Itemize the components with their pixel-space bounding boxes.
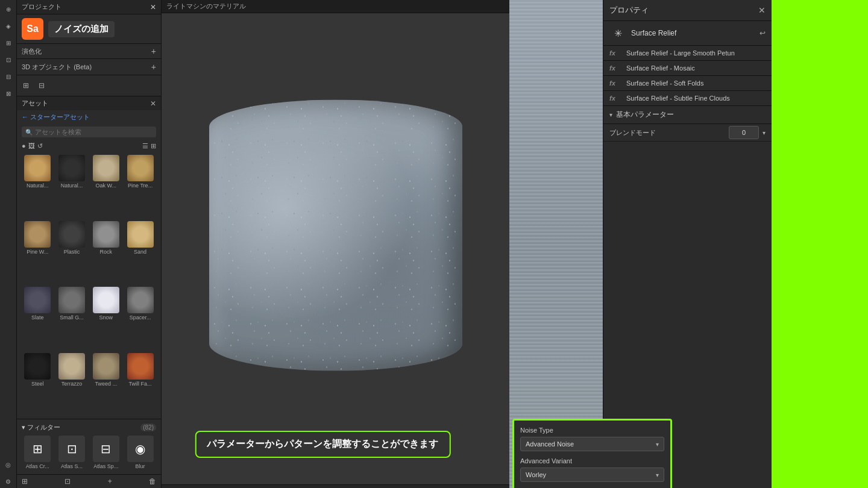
filter-name: Atlas S... bbox=[61, 463, 83, 469]
filter-thumb: ⊡ bbox=[58, 436, 85, 462]
panel-close-button[interactable]: ✕ bbox=[758, 5, 766, 15]
tool-select[interactable]: ⊡ bbox=[2, 53, 15, 66]
blend-dropdown-arrow[interactable]: ▾ bbox=[763, 130, 766, 136]
filter-item[interactable]: ◉ Blur bbox=[124, 436, 156, 469]
grid-view-icon[interactable]: ⊞ bbox=[151, 142, 156, 150]
asset-item[interactable]: Rock bbox=[90, 221, 122, 285]
preset-item[interactable]: fx Surface Relief - Soft Folds bbox=[603, 76, 772, 91]
tool-import[interactable]: ⊠ bbox=[2, 87, 15, 100]
preset-name-label: Surface Relief - Soft Folds bbox=[626, 80, 703, 87]
filter-count: (82) bbox=[140, 424, 156, 431]
asset-item[interactable]: Natural... bbox=[22, 155, 54, 219]
asset-grid: Natural... Natural... Oak W... Pine Tre.… bbox=[17, 152, 161, 419]
asset-item[interactable]: Plastic bbox=[56, 221, 88, 285]
filter-thumb: ⊞ bbox=[24, 436, 51, 462]
blend-value[interactable]: 0 bbox=[729, 126, 759, 139]
cylinder-container bbox=[209, 100, 462, 371]
filter-item[interactable]: ⊞ Atlas Cr... bbox=[22, 436, 54, 469]
asset-thumb bbox=[24, 287, 51, 313]
advanced-variant-dropdown[interactable]: Worley ▾ bbox=[520, 468, 664, 482]
asset-search-input[interactable] bbox=[35, 128, 153, 136]
asset-name: Small G... bbox=[60, 314, 84, 321]
asset-item[interactable]: Twill Fa... bbox=[124, 353, 156, 417]
main-viewport: ライトマシンのマテリアル パラメーターからパターンを調整することができます 38… bbox=[162, 0, 509, 488]
asset-item[interactable]: Steel bbox=[22, 353, 54, 417]
asset-item[interactable]: Snow bbox=[90, 287, 122, 351]
caption-text: パラメーターからパターンを調整することができます bbox=[207, 439, 438, 449]
icon-bar: ⊕ ◈ ⊞ ⊡ ⊟ ⊠ ◎ ⚙ bbox=[0, 0, 17, 488]
asset-title: アセット bbox=[22, 99, 48, 108]
asset-item[interactable]: Pine W... bbox=[22, 221, 54, 285]
asset-name: Pine Tre... bbox=[128, 183, 153, 189]
bottom-icon-delete[interactable]: 🗑 bbox=[149, 477, 156, 486]
circle-view-icon[interactable]: ● bbox=[22, 142, 26, 150]
asset-thumb bbox=[58, 155, 85, 181]
asset-close-button[interactable]: ✕ bbox=[150, 99, 156, 108]
asset-thumb bbox=[58, 353, 85, 380]
filter-name: Blur bbox=[136, 463, 145, 469]
filter-chevron-icon: ▾ bbox=[22, 424, 25, 431]
asset-name: Slate bbox=[31, 314, 44, 321]
basic-params-header[interactable]: ▾ 基本パラメーター bbox=[603, 106, 772, 124]
relief-undo-button[interactable]: ↩ bbox=[760, 29, 766, 37]
asset-thumb bbox=[93, 353, 119, 380]
asset-name: Sand bbox=[134, 249, 146, 255]
panel-title: プロパティ bbox=[609, 5, 649, 16]
add-object-button[interactable]: + bbox=[151, 62, 156, 72]
preset-item[interactable]: fx Surface Relief - Mosaic bbox=[603, 61, 772, 76]
tool-brush[interactable]: ◈ bbox=[2, 19, 15, 33]
filter-item[interactable]: ⊡ Atlas S... bbox=[56, 436, 88, 469]
advanced-variant-value: Worley bbox=[526, 471, 546, 478]
scene-3d[interactable] bbox=[162, 13, 509, 484]
asset-item[interactable]: Oak W... bbox=[90, 155, 122, 219]
asset-back-button[interactable]: ← スターターアセット bbox=[17, 110, 161, 124]
asset-item[interactable]: Natural... bbox=[56, 155, 88, 219]
tool-fill[interactable]: ⊞ bbox=[2, 36, 15, 49]
asset-thumb bbox=[58, 287, 85, 313]
tool-layer[interactable]: ⊟ bbox=[2, 70, 15, 83]
asset-item[interactable]: Terrazzo bbox=[56, 353, 88, 417]
noise-type-dropdown[interactable]: Advanced Noise ▾ bbox=[520, 437, 664, 451]
asset-header: アセット ✕ bbox=[17, 96, 161, 110]
image-view-icon[interactable]: 🖼 bbox=[28, 142, 35, 150]
asset-thumb bbox=[93, 221, 119, 248]
filter-thumb: ◉ bbox=[127, 436, 154, 462]
tool-move[interactable]: ⊕ bbox=[2, 2, 15, 16]
preset-item[interactable]: fx Surface Relief - Subtle Fine Clouds bbox=[603, 91, 772, 106]
project-close-icon[interactable]: ✕ bbox=[150, 3, 156, 11]
list-view-icon[interactable]: ☰ bbox=[142, 142, 148, 150]
filter-thumb: ⊟ bbox=[93, 436, 119, 462]
asset-name: Terrazzo bbox=[61, 381, 83, 387]
project-title: プロジェクト bbox=[22, 2, 61, 11]
bottom-icon-add[interactable]: + bbox=[108, 477, 112, 486]
filter-name: Atlas Cr... bbox=[26, 463, 49, 469]
asset-item[interactable]: Tweed ... bbox=[90, 353, 122, 417]
preset-list: fx Surface Relief - Large Smooth Petun f… bbox=[603, 46, 772, 106]
add-renderer-button[interactable]: + bbox=[151, 46, 156, 56]
tool-settings[interactable]: ⚙ bbox=[2, 475, 15, 488]
preset-item[interactable]: fx Surface Relief - Large Smooth Petun bbox=[603, 46, 772, 61]
asset-item[interactable]: Small G... bbox=[56, 287, 88, 351]
asset-name: Rock bbox=[100, 249, 113, 255]
blend-row: ブレンドモード 0 ▾ bbox=[603, 124, 772, 142]
tool-icon-2[interactable]: ⊟ bbox=[35, 79, 48, 92]
project-header: プロジェクト ✕ bbox=[17, 0, 161, 14]
asset-thumb bbox=[93, 287, 119, 313]
asset-name: Spacer... bbox=[130, 314, 151, 321]
noise-add-label: ノイズの追加 bbox=[48, 21, 115, 37]
viewport-bar: 38 ms ⓘ 📷 ↺ ⊕ city 26.4% ▾ bbox=[162, 484, 509, 488]
asset-thumb bbox=[127, 221, 154, 248]
asset-item[interactable]: Pine Tre... bbox=[124, 155, 156, 219]
asset-name: Oak W... bbox=[96, 183, 117, 189]
asset-item[interactable]: Spacer... bbox=[124, 287, 156, 351]
tex-strip-inner bbox=[509, 0, 603, 488]
blend-mode-label: ブレンドモード bbox=[609, 128, 725, 137]
bottom-icon-1[interactable]: ⊞ bbox=[22, 477, 28, 486]
asset-item[interactable]: Sand bbox=[124, 221, 156, 285]
filter-item[interactable]: ⊟ Atlas Sp... bbox=[90, 436, 122, 469]
refresh-view-icon[interactable]: ↺ bbox=[37, 142, 43, 150]
asset-item[interactable]: Slate bbox=[22, 287, 54, 351]
tool-icon-1[interactable]: ⊞ bbox=[19, 79, 33, 92]
tool-camera[interactable]: ◎ bbox=[2, 458, 15, 471]
bottom-icon-2[interactable]: ⊡ bbox=[64, 477, 71, 486]
